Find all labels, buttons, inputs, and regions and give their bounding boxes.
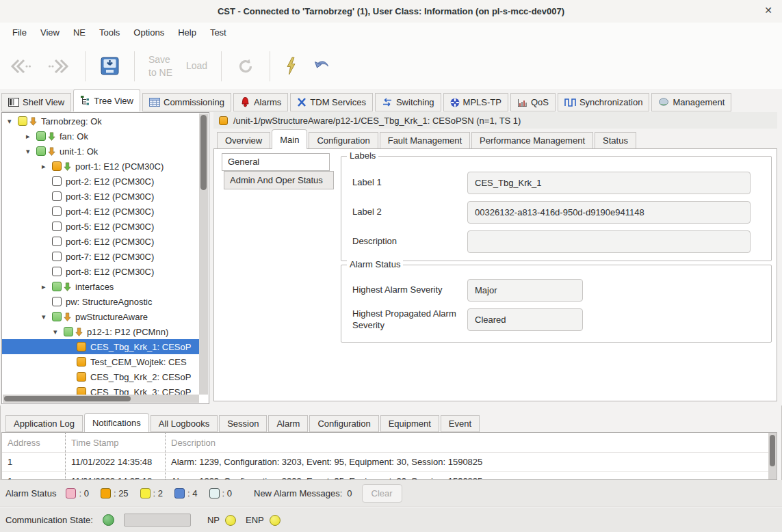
menu-ne[interactable]: NE <box>66 23 92 43</box>
tree-node[interactable]: pw: StructureAgnostic <box>2 294 199 309</box>
expander-icon[interactable] <box>26 132 36 141</box>
tab-label: Synchronization <box>579 97 643 107</box>
close-icon[interactable]: ✕ <box>764 5 772 16</box>
label1-field[interactable]: CES_Tbg_Krk_1 <box>467 172 751 194</box>
tab-configuration[interactable]: Configuration <box>309 132 378 149</box>
refresh-icon[interactable] <box>237 57 255 75</box>
switching-icon <box>382 98 393 107</box>
column-header-time-stamp[interactable]: Time Stamp <box>66 433 166 452</box>
tab-status[interactable]: Status <box>595 132 636 149</box>
tab-alarm[interactable]: Alarm <box>268 415 308 432</box>
tree-node[interactable]: fan: Ok <box>2 129 199 144</box>
severity-count: 4 <box>187 488 197 498</box>
alarm-count: 2 <box>140 488 163 498</box>
status-square-icon <box>52 222 62 231</box>
tree-vertical-scrollbar[interactable] <box>199 114 208 395</box>
expander-icon[interactable] <box>26 147 36 156</box>
scrollbar-thumb[interactable] <box>4 396 131 401</box>
tree-node[interactable]: port-8: E12 (PCM30C) <box>2 264 199 279</box>
highest-alarm-severity-field[interactable]: Major <box>467 279 583 302</box>
tab-fault-management[interactable]: Fault Management <box>380 132 470 149</box>
tab-notifications[interactable]: Notifications <box>84 413 149 432</box>
tab-qos[interactable]: QoS <box>510 93 556 111</box>
status-square-icon <box>77 372 86 382</box>
column-header-description[interactable]: Description <box>166 433 777 452</box>
tree-node[interactable]: port-6: E12 (PCM30C) <box>2 234 199 249</box>
menu-file[interactable]: File <box>5 23 34 43</box>
tab-switching[interactable]: Switching <box>375 93 441 111</box>
tree-node[interactable]: p12-1: P12 (PCMnn) <box>2 324 199 339</box>
column-header-address[interactable]: Address <box>2 433 66 452</box>
tree-node[interactable]: port-7: E12 (PCM30C) <box>2 249 199 264</box>
tree-node[interactable]: Test_CEM_Wojtek: CES <box>2 354 199 369</box>
tab-overview[interactable]: Overview <box>217 132 270 149</box>
tab-equipment[interactable]: Equipment <box>380 415 439 432</box>
tab-label: Performance Management <box>480 135 585 146</box>
tab-commissioning[interactable]: Commissioning <box>142 93 231 111</box>
tree-node[interactable]: port-1: E12 (PCM30C) <box>2 159 199 174</box>
tab-session[interactable]: Session <box>219 415 267 432</box>
tree-node[interactable]: CES_Tbg_Krk_3: CESoP <box>2 384 199 395</box>
tab-tree-view[interactable]: Tree View <box>73 89 140 111</box>
tree-node[interactable]: Tarnobrzeg: Ok <box>2 114 199 129</box>
tree-indent <box>2 377 66 377</box>
tab-management[interactable]: Management <box>651 93 731 111</box>
tab-label: Session <box>227 418 259 429</box>
expander-icon[interactable] <box>42 312 52 321</box>
expander-icon[interactable] <box>53 328 64 336</box>
tree-node-label: unit-1: Ok <box>60 146 98 157</box>
tree-node[interactable]: pwStructureAware <box>2 309 199 324</box>
management-icon <box>658 98 669 107</box>
tab-application-log[interactable]: Application Log <box>5 415 83 432</box>
table-row[interactable]: 1 11/01/2022 14:35:48 Alarm: 1239, Confi… <box>2 453 777 472</box>
tree-node[interactable]: port-3: E12 (PCM30C) <box>2 189 199 204</box>
tree-node[interactable]: interfaces <box>2 279 199 294</box>
tree-indent <box>2 271 42 272</box>
expander-icon[interactable] <box>42 282 52 291</box>
side-tab-admin-and-oper-status[interactable]: Admin And Oper Status <box>224 171 334 189</box>
tree-indent <box>2 241 42 242</box>
lightning-icon[interactable] <box>285 57 297 75</box>
tab-alarms[interactable]: Alarms <box>233 93 288 111</box>
tree-node[interactable]: CES_Tbg_Krk_2: CESoP <box>2 369 199 384</box>
tab-label: Switching <box>396 97 434 107</box>
tab-log-configuration[interactable]: Configuration <box>309 415 378 432</box>
menu-help[interactable]: Help <box>171 23 203 43</box>
tree-horizontal-scrollbar[interactable] <box>3 395 199 403</box>
save-icon[interactable] <box>101 57 119 75</box>
tab-tdm-services[interactable]: TDM Services <box>290 93 373 111</box>
table-row[interactable]: 1 11/01/2022 14:35:18 Alarm: 1239, Confi… <box>2 472 777 480</box>
tree-node[interactable]: port-5: E12 (PCM30C) <box>2 219 199 234</box>
tab-shelf-view[interactable]: Shelf View <box>1 93 71 111</box>
menu-options[interactable]: Options <box>127 23 171 43</box>
scrollbar-thumb[interactable] <box>770 435 775 466</box>
undo-icon[interactable] <box>313 59 331 73</box>
menu-bar: File View NE Tools Options Help Test <box>0 23 782 43</box>
load-button[interactable]: Load <box>186 59 207 72</box>
tab-synchronization[interactable]: Synchronization <box>558 93 650 111</box>
back-icon[interactable] <box>10 59 31 74</box>
expander-icon[interactable] <box>8 117 18 126</box>
scrollbar-thumb[interactable] <box>200 115 207 190</box>
expander-icon[interactable] <box>42 162 52 171</box>
label2-field[interactable]: 00326132-a813-416d-950d-d9190e941148 <box>467 201 751 224</box>
tree-node[interactable]: port-4: E12 (PCM30C) <box>2 204 199 219</box>
menu-tools[interactable]: Tools <box>92 23 127 43</box>
table-vertical-scrollbar[interactable] <box>768 433 777 479</box>
tab-all-logbooks[interactable]: All Logbooks <box>151 415 218 432</box>
tree-node[interactable]: port-2: E12 (PCM30C) <box>2 174 199 189</box>
tree-node[interactable]: unit-1: Ok <box>2 144 199 159</box>
highest-propagated-alarm-severity-field[interactable]: Cleared <box>467 308 583 331</box>
tab-performance-management[interactable]: Performance Management <box>471 132 593 149</box>
tree-node[interactable]: CES_Tbg_Krk_1: CESoP <box>2 339 199 354</box>
menu-view[interactable]: View <box>34 23 66 43</box>
menu-test[interactable]: Test <box>203 23 233 43</box>
side-tab-general[interactable]: General <box>222 153 330 171</box>
tab-main[interactable]: Main <box>272 129 307 149</box>
tab-mpls-tp[interactable]: MPLS-TP <box>443 93 508 111</box>
description-field[interactable] <box>467 230 751 253</box>
save-to-ne-button[interactable]: Save to NE <box>148 53 172 78</box>
forward-icon[interactable] <box>48 59 70 74</box>
tab-event[interactable]: Event <box>441 415 480 432</box>
clear-button[interactable]: Clear <box>362 484 402 503</box>
